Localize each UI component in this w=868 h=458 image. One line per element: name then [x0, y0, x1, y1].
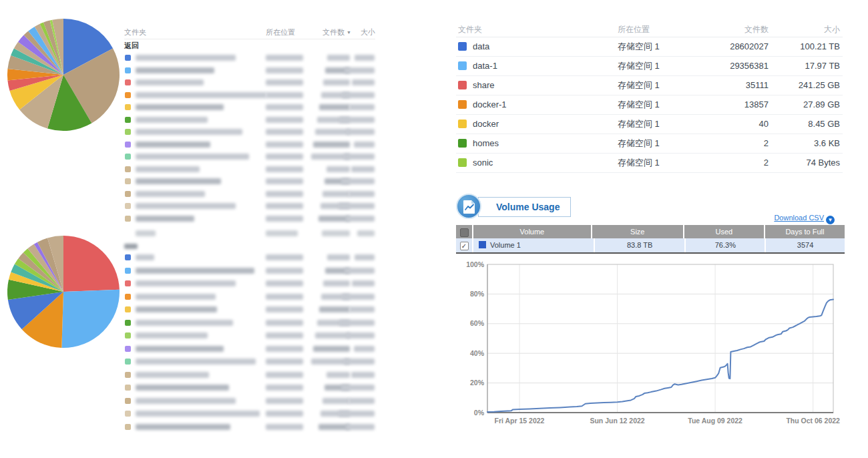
blurred-folder-row[interactable]: [124, 212, 375, 225]
blurred-folder-row[interactable]: [124, 303, 375, 316]
volume-table: Volume Size Used Days to Full ✓Volume 18…: [456, 225, 845, 254]
list-header: 文件夹 所在位置 文件数▼ 大小: [124, 25, 375, 39]
blurred-folder-size: [339, 203, 375, 209]
volume-usage-title: Volume Usage: [496, 202, 560, 212]
column-header-folder[interactable]: 文件夹: [458, 22, 482, 37]
blurred-folder-location: [266, 372, 303, 378]
blurred-folder-row[interactable]: [124, 407, 375, 421]
blurred-folder-size: [354, 346, 375, 352]
folder-file-count: 2: [690, 154, 769, 172]
blurred-header-filecount: [322, 230, 350, 236]
blurred-folder-row[interactable]: [124, 200, 375, 212]
blurred-folder-row[interactable]: [124, 175, 375, 188]
folder-row[interactable]: data-1存储空间 12935638117.97 TB: [456, 57, 843, 76]
volume-used: 76.3%: [686, 238, 766, 252]
download-csv-link[interactable]: Download CSV▼: [768, 214, 835, 224]
y-axis-tick-label: 100%: [466, 260, 485, 268]
blurred-folder-row[interactable]: [124, 421, 375, 434]
blurred-file-count: [315, 332, 350, 338]
volume-checkbox[interactable]: ✓: [460, 242, 469, 250]
folder-color-icon: [125, 216, 131, 222]
blurred-folder-row[interactable]: [124, 329, 375, 342]
blurred-folder-row[interactable]: [124, 342, 375, 356]
select-all-checkbox-cell[interactable]: [456, 225, 473, 238]
blurred-folder-row[interactable]: [124, 188, 375, 200]
folder-row[interactable]: docker存储空间 1408.45 GB: [456, 115, 843, 134]
blurred-folder-location: [266, 129, 303, 135]
blurred-folder-row[interactable]: [124, 113, 375, 126]
folder-color-icon: [125, 166, 131, 172]
blurred-folder-row[interactable]: [124, 64, 375, 77]
blurred-folder-size: [355, 55, 375, 61]
blurred-folder-row[interactable]: [124, 251, 375, 264]
column-header-size[interactable]: 大小: [361, 25, 375, 39]
folder-file-count: 2: [690, 134, 769, 153]
blurred-folder-name: [136, 191, 205, 197]
folder-row[interactable]: homes存储空间 123.6 KB: [456, 134, 843, 154]
blurred-folder-row[interactable]: [124, 381, 375, 395]
blurred-folder-row[interactable]: [124, 369, 375, 382]
blurred-folder-name: [136, 254, 154, 260]
blurred-folder-row[interactable]: [124, 89, 375, 101]
column-header-size[interactable]: 大小: [824, 22, 840, 37]
blurred-file-count: [313, 142, 350, 148]
blurred-folder-name: [136, 166, 200, 172]
folder-row[interactable]: data存储空间 128602027100.21 TB: [456, 37, 843, 57]
folder-row[interactable]: docker-1存储空间 11385727.89 GB: [456, 95, 843, 115]
column-header-filecount[interactable]: 文件数: [690, 22, 769, 37]
blurred-folder-name: [136, 372, 209, 378]
folder-size: 8.45 GB: [808, 115, 840, 134]
blurred-folder-row[interactable]: [124, 150, 375, 163]
back-link[interactable]: 返回: [124, 39, 375, 51]
x-axis-tick-label: Fri Apr 15 2022: [495, 417, 545, 425]
blurred-folder-size: [346, 424, 375, 430]
blurred-folder-location: [266, 411, 303, 417]
blurred-file-count: [323, 280, 350, 286]
blurred-back-link[interactable]: [124, 240, 375, 251]
column-header-location[interactable]: 所在位置: [618, 22, 650, 37]
blurred-folder-row[interactable]: [124, 138, 375, 151]
blurred-folder-name: [136, 280, 236, 286]
blurred-folder-row[interactable]: [124, 51, 375, 64]
blurred-folder-row[interactable]: [124, 277, 375, 290]
blurred-folder-location: [266, 104, 303, 110]
blurred-folder-location: [266, 268, 303, 274]
column-header-folder[interactable]: 文件夹: [124, 25, 146, 39]
folder-color-icon: [458, 139, 467, 148]
blurred-folder-row[interactable]: [124, 316, 375, 330]
folder-row[interactable]: sonic存储空间 1274 Bytes: [456, 154, 843, 173]
blurred-folder-row[interactable]: [124, 76, 375, 89]
volume-row[interactable]: ✓Volume 183.8 TB76.3%3574: [456, 238, 845, 252]
blurred-folder-size: [347, 129, 375, 135]
blurred-folder-location: [266, 117, 303, 123]
blurred-folder-location: [266, 203, 303, 209]
blurred-file-count: [315, 129, 350, 135]
blurred-folder-row[interactable]: [124, 290, 375, 304]
pie-slice: [63, 236, 120, 292]
folder-name: docker: [473, 119, 499, 129]
select-all-checkbox[interactable]: [460, 228, 469, 237]
blurred-folder-location: [266, 79, 303, 85]
blurred-folder-name: [136, 359, 256, 365]
blurred-folder-row[interactable]: [124, 163, 375, 176]
folder-color-icon: [125, 424, 131, 430]
folder-row[interactable]: share存储空间 135111241.25 GB: [456, 76, 843, 95]
blurred-folder-row[interactable]: [124, 355, 375, 369]
volume-checkbox-cell[interactable]: ✓: [456, 238, 473, 252]
column-header-location[interactable]: 所在位置: [266, 25, 295, 39]
x-axis-tick-label: Sun Jun 12 2022: [590, 417, 644, 425]
blurred-folder-row[interactable]: [124, 101, 375, 113]
blurred-folder-size: [342, 294, 375, 300]
blurred-folder-size: [339, 117, 375, 123]
blurred-folder-name: [136, 154, 249, 160]
folder-color-icon: [125, 398, 131, 404]
download-csv-label: Download CSV: [774, 214, 824, 222]
blurred-folder-row[interactable]: [124, 264, 375, 278]
blurred-folder-rows-top: [124, 51, 375, 224]
blurred-folder-row[interactable]: [124, 126, 375, 138]
column-header-filecount[interactable]: 文件数▼: [312, 25, 351, 39]
volume-name: Volume 1: [490, 241, 521, 249]
blurred-folder-row[interactable]: [124, 395, 375, 408]
blurred-file-count: [322, 191, 350, 197]
folder-color-icon: [125, 306, 131, 312]
